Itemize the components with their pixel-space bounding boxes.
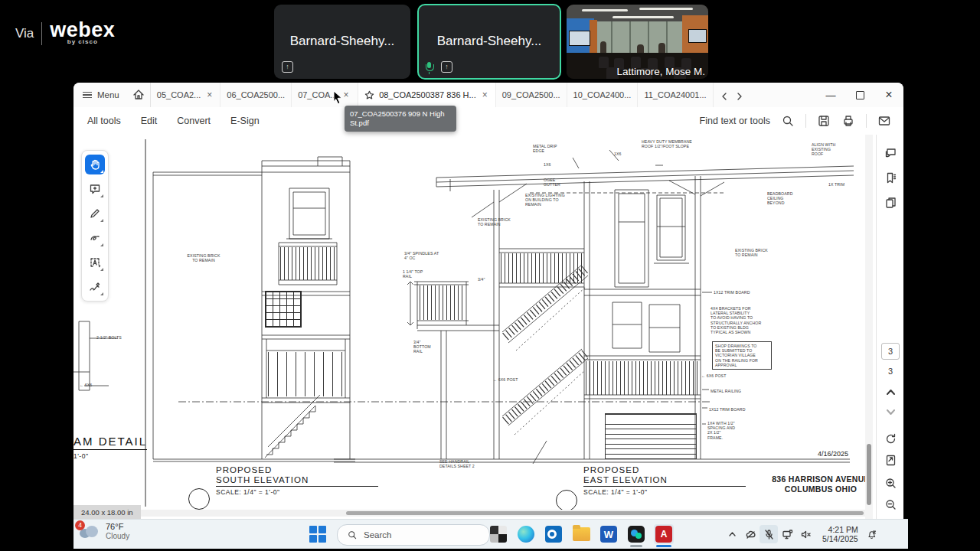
star-icon[interactable] — [364, 90, 374, 100]
participant-tile-1[interactable]: Barnard-Sheehy... ↑ — [274, 5, 410, 79]
bookmark-icon — [884, 171, 897, 184]
restore-button[interactable] — [845, 83, 874, 107]
popout-icon[interactable]: ↑ — [441, 61, 452, 73]
edge-button[interactable] — [516, 524, 536, 544]
next-page-button[interactable] — [877, 404, 903, 419]
squiggle-icon — [89, 232, 101, 244]
rotate-page-button[interactable] — [877, 430, 903, 447]
volume-muted-button[interactable] — [796, 525, 815, 543]
webex-app-icon — [628, 526, 645, 543]
search-icon[interactable] — [781, 114, 795, 128]
pages-icon — [884, 196, 897, 209]
home-button[interactable] — [127, 83, 151, 107]
tab-06[interactable]: 06_COA2500... — [220, 83, 292, 107]
onedrive-button[interactable] — [741, 525, 760, 543]
participant-tile-video[interactable]: Lattimore, Mose M. — [567, 5, 708, 79]
notification-center-button[interactable] — [863, 525, 881, 543]
menu-label: Menu — [97, 90, 119, 99]
webex-logo-text: webex — [50, 21, 115, 38]
hand-tool-button[interactable] — [85, 155, 105, 174]
address-line2: COLUMBUS OHIO — [769, 484, 873, 494]
mail-icon[interactable] — [877, 114, 891, 128]
comments-panel-button[interactable] — [877, 144, 903, 162]
drawing-annotation: METAL DRIP EDGE — [533, 144, 571, 153]
tab-label: 11_COA24001... — [644, 90, 706, 99]
drawing-annotation: 1X6 — [544, 162, 551, 167]
east-elevation-title: PROPOSED EAST ELEVATION SCALE: 1/4" = 1'… — [583, 465, 746, 496]
tab-08-active[interactable]: 08_COA2500387 836 H...× — [358, 83, 496, 107]
beam-detail-title: AM DETAIL 1'-0" — [74, 435, 147, 460]
zoom-out-button[interactable] — [877, 496, 903, 513]
participant-name: Barnard-Sheehy... — [418, 34, 560, 49]
tab-label: 06_COA2500... — [227, 90, 285, 99]
edit-menu[interactable]: Edit — [141, 116, 158, 126]
webex-topbar: Via webex by cisco Barnard-Sheehy... ↑ B… — [0, 0, 980, 83]
esign-menu[interactable]: E-Sign — [230, 116, 260, 126]
acrobat-icon: A — [655, 526, 672, 543]
vertical-scrollbar-thumb[interactable] — [867, 444, 871, 505]
home-icon — [132, 88, 145, 102]
convert-menu[interactable]: Convert — [177, 116, 211, 126]
acrobat-window: Menu 05_COA2...× 06_COA2500... 07_COA...… — [74, 83, 903, 519]
weather-widget[interactable]: 4 76°F Cloudy — [78, 522, 129, 541]
drawing-annotation: 1X12 TRIM BOARD — [709, 407, 746, 412]
word-button[interactable]: W — [599, 524, 619, 544]
tab-09[interactable]: 09_COA2500... — [496, 83, 567, 107]
next-tab-icon[interactable] — [735, 90, 744, 99]
print-icon[interactable] — [841, 114, 855, 128]
clock-time: 4:21 PM — [822, 525, 858, 535]
fill-sign-tool-button[interactable] — [85, 277, 105, 297]
task-view-button[interactable] — [488, 524, 508, 544]
start-button[interactable] — [309, 526, 326, 543]
page-size-status: 24.00 x 18.00 in — [74, 505, 141, 519]
horizontal-scrollbar-thumb[interactable] — [346, 511, 864, 515]
all-tools-menu[interactable]: All tools — [87, 116, 121, 126]
close-tab-icon[interactable]: × — [205, 90, 214, 100]
chevron-down-icon — [884, 406, 897, 419]
tab-05[interactable]: 05_COA2...× — [151, 83, 221, 107]
tab-10[interactable]: 10_COA2400... — [567, 83, 639, 107]
close-window-button[interactable]: × — [874, 83, 903, 107]
tray-chevron-button[interactable] — [723, 525, 741, 543]
minimize-button[interactable]: — — [816, 83, 845, 107]
taskbar-search[interactable]: Search — [337, 524, 490, 546]
drawing-annotation: EXISTING LIGHTING ON BUILDING TO REMAIN — [525, 193, 579, 207]
page-number-input[interactable]: 3 — [881, 343, 900, 360]
highlight-tool-button[interactable] — [85, 204, 105, 223]
add-comment-tool-button[interactable] — [85, 179, 105, 199]
webex-app-button[interactable] — [626, 524, 646, 544]
right-sidebar: 3 3 — [876, 135, 903, 519]
vertical-scrollbar[interactable] — [865, 135, 873, 519]
participant-tile-2-active-speaker[interactable]: Barnard-Sheehy... ↑ — [418, 5, 560, 79]
tab-bar: Menu 05_COA2...× 06_COA2500... 07_COA...… — [74, 83, 903, 108]
horizontal-scrollbar[interactable] — [74, 510, 865, 517]
prev-tab-icon[interactable] — [720, 90, 729, 99]
tab-07[interactable]: 07_COA...× — [292, 83, 358, 107]
taskbar-clock[interactable]: 4:21 PM 5/14/2025 — [815, 525, 863, 544]
cloud-icon — [745, 529, 756, 540]
microphone-muted-button[interactable] — [760, 525, 778, 543]
close-tab-icon[interactable]: × — [481, 90, 489, 100]
outlook-button[interactable] — [544, 524, 564, 544]
zoom-in-button[interactable] — [877, 474, 903, 491]
outlook-icon — [545, 526, 562, 543]
tab-11[interactable]: 11_COA24001... — [638, 83, 713, 107]
fit-page-button[interactable] — [877, 452, 903, 468]
pdf-drawing[interactable]: EXISTING BRICK TO REMAINMETAL DRIP EDGE1… — [74, 135, 870, 519]
save-icon[interactable] — [817, 114, 831, 128]
weather-condition: Cloudy — [106, 532, 129, 541]
webex-logo: Via webex by cisco — [15, 21, 115, 45]
text-select-tool-button[interactable] — [85, 253, 105, 272]
acrobat-button[interactable]: A — [654, 524, 674, 544]
find-label[interactable]: Find text or tools — [700, 116, 770, 126]
popout-icon[interactable]: ↑ — [282, 61, 293, 73]
draw-tool-button[interactable] — [85, 228, 105, 248]
pages-panel-button[interactable] — [877, 193, 903, 211]
via-logo-text: Via — [15, 26, 34, 41]
bookmarks-panel-button[interactable] — [877, 168, 903, 187]
previous-page-button[interactable] — [877, 384, 903, 399]
display-cast-button[interactable] — [778, 525, 796, 543]
drawing-annotation: ALIGN WITH EXISTING ROOF — [812, 142, 850, 157]
file-explorer-button[interactable] — [571, 524, 591, 544]
menu-button[interactable]: Menu — [74, 83, 127, 107]
